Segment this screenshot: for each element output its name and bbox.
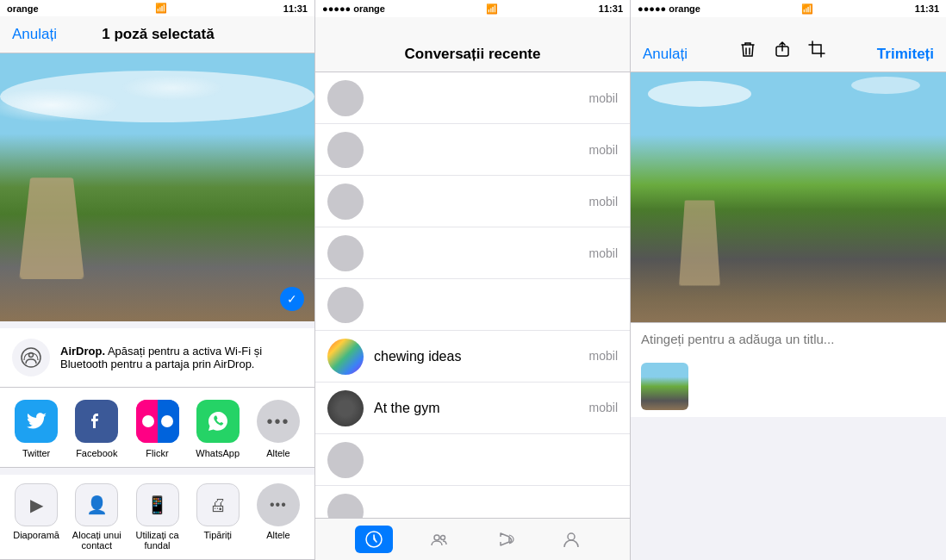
crop-icon[interactable]	[807, 40, 826, 63]
action-wallpaper[interactable]: 📱 Utilizați ca fundal	[129, 483, 184, 551]
slideshow-label: Diaporamă	[13, 530, 59, 540]
list-item[interactable]: mobil	[315, 72, 630, 124]
tab-broadcast[interactable]	[487, 526, 525, 553]
contact-type: mobil	[589, 195, 618, 208]
assign-contact-label: Alocați unui contact	[69, 530, 124, 551]
contact-type-chewing: mobil	[589, 349, 618, 363]
nav-bar-conversations: Conversații recente	[315, 17, 630, 72]
svg-point-4	[142, 415, 154, 427]
assign-contact-icon: 👤	[75, 483, 118, 526]
action-more[interactable]: ••• Altele	[251, 483, 306, 551]
list-item[interactable]	[315, 279, 630, 331]
send-button[interactable]: Trimiteți	[877, 46, 934, 63]
contact-info: mobil	[374, 143, 618, 157]
print-label: Tipăriți	[203, 530, 232, 540]
time-p1: 11:31	[283, 3, 308, 14]
conversations-title: Conversații recente	[405, 46, 541, 63]
carrier-p3: ●●●●● orange	[638, 3, 700, 14]
flickr-label: Flickr	[146, 448, 168, 458]
road-detail	[19, 177, 84, 279]
panel-photo-edit: ●●●●● orange 📶 11:31 Anulați	[631, 0, 946, 560]
contact-name-chewing: chewing ideas	[374, 349, 461, 364]
avatar	[327, 287, 364, 323]
time-p2: 11:31	[599, 3, 623, 14]
cancel-button-p1[interactable]: Anulați	[12, 26, 57, 43]
share-app-flickr[interactable]: Flickr	[129, 400, 184, 458]
list-item[interactable]: mobil	[315, 227, 630, 279]
list-item-chewing-ideas[interactable]: chewing ideas mobil	[315, 331, 630, 383]
share-apps-list: Twitter Facebook	[0, 400, 314, 458]
trash-icon[interactable]	[738, 40, 757, 63]
more-action-label: Altele	[266, 530, 290, 540]
share-icon[interactable]	[773, 40, 792, 63]
action-slideshow[interactable]: ▶ Diaporamă	[9, 483, 64, 551]
wifi-icon-p2: 📶	[486, 3, 498, 15]
share-app-whatsapp[interactable]: WhatsApp	[190, 400, 246, 458]
carrier-p1: orange	[7, 3, 39, 14]
svg-point-9	[568, 533, 575, 540]
contact-type-gym: mobil	[589, 401, 618, 414]
photo-thumbnail: ✓	[0, 53, 314, 321]
airdrop-section[interactable]: AirDrop. Apăsați pentru a activa Wi-Fi ș…	[0, 328, 314, 388]
caption-input[interactable]	[641, 332, 936, 346]
page-title-p1: 1 poză selectată	[102, 26, 214, 43]
tab-contacts[interactable]	[552, 526, 590, 553]
photo-background	[0, 53, 314, 321]
avatar	[327, 80, 364, 116]
caption-area	[631, 322, 946, 356]
action-assign-contact[interactable]: 👤 Alocați unui contact	[69, 483, 124, 551]
avatar	[327, 442, 364, 478]
avatar	[327, 184, 364, 220]
airdrop-icon	[12, 339, 50, 376]
tab-bar-conversations	[315, 518, 630, 560]
svg-point-8	[441, 536, 445, 540]
list-item[interactable]	[315, 486, 630, 518]
contact-info: mobil	[374, 195, 618, 208]
airdrop-description: AirDrop. Apăsați pentru a activa Wi-Fi ș…	[60, 345, 302, 370]
avatar-at-gym	[327, 390, 364, 426]
list-item[interactable]: mobil	[315, 124, 630, 176]
contact-info: chewing ideas mobil	[374, 349, 618, 364]
wallpaper-label: Utilizați ca fundal	[129, 530, 184, 551]
whatsapp-icon	[196, 400, 240, 443]
svg-point-7	[434, 535, 439, 540]
panel-share-sheet: orange 📶 11:31 Anulați 1 poză selectată …	[0, 0, 315, 560]
list-item[interactable]	[315, 434, 630, 486]
more-share-icon: •••	[257, 400, 300, 443]
contact-type: mobil	[589, 143, 618, 157]
share-app-facebook[interactable]: Facebook	[69, 400, 124, 458]
status-bar-p3: ●●●●● orange 📶 11:31	[631, 0, 946, 17]
contact-name-gym: At the gym	[374, 401, 439, 415]
contact-info: mobil	[374, 91, 618, 105]
tab-groups[interactable]	[420, 526, 458, 553]
list-item-at-the-gym[interactable]: At the gym mobil	[315, 383, 630, 434]
photo-bg-p3	[631, 72, 946, 322]
avatar	[327, 494, 364, 519]
action-print[interactable]: 🖨 Tipăriți	[190, 483, 246, 551]
list-item[interactable]: mobil	[315, 176, 630, 227]
avatar	[327, 235, 364, 271]
tab-recent[interactable]	[355, 526, 393, 553]
facebook-label: Facebook	[76, 448, 117, 458]
facebook-icon	[75, 400, 118, 443]
print-icon: 🖨	[196, 483, 240, 526]
photo-preview	[631, 72, 946, 322]
share-app-more[interactable]: ••• Altele	[251, 400, 306, 458]
more-action-icon: •••	[257, 483, 300, 526]
share-apps-section: Twitter Facebook	[0, 388, 314, 468]
flickr-icon	[136, 400, 179, 443]
share-app-twitter[interactable]: Twitter	[9, 400, 64, 458]
avatar-chewing-ideas	[327, 339, 364, 375]
nav-bar-edit: Anulați Trimiteți	[631, 17, 946, 72]
avatar	[327, 132, 364, 168]
thumbnail-row	[631, 356, 946, 417]
twitter-icon	[15, 400, 58, 443]
wallpaper-icon: 📱	[136, 483, 179, 526]
status-bar-p2: ●●●●● orange 📶 11:31	[315, 0, 630, 17]
wifi-icon-p3: 📶	[801, 3, 813, 15]
contact-list: mobil mobil mobil mobil	[315, 72, 630, 518]
slideshow-icon: ▶	[15, 483, 58, 526]
photo-thumbnail-small[interactable]	[641, 363, 688, 410]
cancel-button-p3[interactable]: Anulați	[643, 46, 688, 63]
panel-conversations: ●●●●● orange 📶 11:31 Conversații recente…	[315, 0, 631, 560]
